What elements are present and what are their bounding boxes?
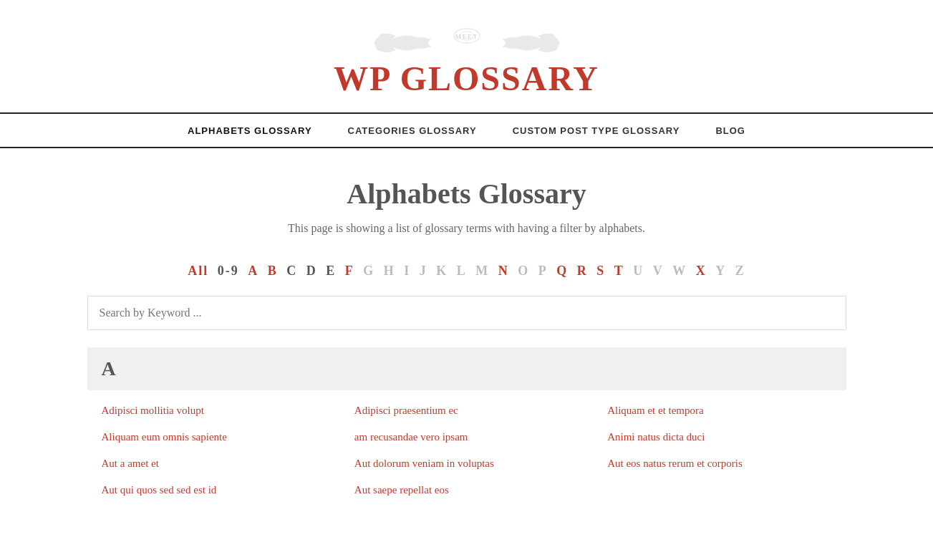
main-content: Alphabets Glossary This page is showing …: [44, 148, 889, 539]
term-aliquam-eum[interactable]: Aliquam eum omnis sapiente: [87, 424, 340, 450]
alphabet-filter: All 0-9 A B C D E F G H I J K L M N O P …: [87, 264, 846, 279]
term-aut-saepe[interactable]: Aut saepe repellat eos: [340, 477, 593, 503]
term-animi-natus[interactable]: Animi natus dicta duci: [593, 424, 846, 450]
alpha-D[interactable]: D: [306, 264, 317, 279]
nav-link-custom-post[interactable]: CUSTOM POST TYPE GLOSSARY: [513, 125, 680, 136]
ornament-svg: MEET: [367, 21, 567, 64]
alpha-L[interactable]: L: [457, 264, 467, 279]
alpha-E[interactable]: E: [326, 264, 336, 279]
alpha-S[interactable]: S: [596, 264, 605, 279]
alpha-Q[interactable]: Q: [556, 264, 568, 279]
alpha-H[interactable]: H: [384, 264, 395, 279]
nav-item-blog[interactable]: BLOG: [715, 124, 745, 137]
term-aut-qui[interactable]: Aut qui quos sed sed est id: [87, 477, 340, 503]
svg-text:MEET: MEET: [455, 33, 478, 40]
alpha-T[interactable]: T: [614, 264, 624, 279]
alpha-digits[interactable]: 0-9: [218, 264, 239, 279]
site-header: MEET WP GLOSSARY: [0, 0, 933, 112]
alpha-P[interactable]: P: [538, 264, 548, 279]
nav-item-custom-post[interactable]: CUSTOM POST TYPE GLOSSARY: [513, 124, 680, 137]
alpha-all[interactable]: All: [188, 264, 208, 279]
alpha-I[interactable]: I: [404, 264, 410, 279]
alpha-O[interactable]: O: [518, 264, 529, 279]
search-input[interactable]: [87, 296, 846, 330]
alpha-Z[interactable]: Z: [735, 264, 745, 279]
alpha-V[interactable]: V: [653, 264, 664, 279]
alpha-K[interactable]: K: [436, 264, 448, 279]
site-logo-text[interactable]: WP GLOSSARY: [334, 59, 599, 97]
alpha-U[interactable]: U: [633, 264, 644, 279]
nav-link-blog[interactable]: BLOG: [715, 125, 745, 136]
term-aliquam-et[interactable]: Aliquam et et tempora: [593, 397, 846, 424]
alpha-F[interactable]: F: [345, 264, 354, 279]
alpha-B[interactable]: B: [268, 264, 278, 279]
section-header-A: A: [87, 347, 846, 390]
page-description: This page is showing a list of glossary …: [87, 222, 846, 235]
nav-item-alphabets[interactable]: ALPHABETS GLOSSARY: [188, 124, 312, 137]
term-am-recusandae[interactable]: am recusandae vero ipsam: [340, 424, 593, 450]
nav-item-categories[interactable]: CATEGORIES GLOSSARY: [348, 124, 477, 137]
terms-grid-A: Adipisci mollitia volupt Adipisci praese…: [87, 390, 846, 511]
alpha-R[interactable]: R: [577, 264, 588, 279]
nav-link-alphabets[interactable]: ALPHABETS GLOSSARY: [188, 125, 312, 136]
alpha-J[interactable]: J: [420, 264, 427, 279]
alpha-X[interactable]: X: [696, 264, 707, 279]
nav-link-categories[interactable]: CATEGORIES GLOSSARY: [348, 125, 477, 136]
section-letter-A: A: [102, 357, 116, 380]
alpha-Y[interactable]: Y: [715, 264, 726, 279]
alpha-G[interactable]: G: [363, 264, 374, 279]
alpha-C[interactable]: C: [286, 264, 297, 279]
alpha-A[interactable]: A: [248, 264, 258, 279]
alpha-N[interactable]: N: [498, 264, 509, 279]
page-title: Alphabets Glossary: [87, 177, 846, 211]
term-adipisci-mollitia[interactable]: Adipisci mollitia volupt: [87, 397, 340, 424]
main-nav: ALPHABETS GLOSSARY CATEGORIES GLOSSARY C…: [0, 112, 933, 148]
logo-ornament: MEET WP GLOSSARY: [334, 21, 599, 98]
term-adipisci-praesentium[interactable]: Adipisci praesentium ec: [340, 397, 593, 424]
alpha-W[interactable]: W: [672, 264, 687, 279]
term-aut-dolorum[interactable]: Aut dolorum veniam in voluptas: [340, 450, 593, 477]
term-aut-a[interactable]: Aut a amet et: [87, 450, 340, 477]
section-A: A Adipisci mollitia volupt Adipisci prae…: [87, 347, 846, 511]
term-aut-eos[interactable]: Aut eos natus rerum et corporis: [593, 450, 846, 477]
alpha-M[interactable]: M: [475, 264, 489, 279]
